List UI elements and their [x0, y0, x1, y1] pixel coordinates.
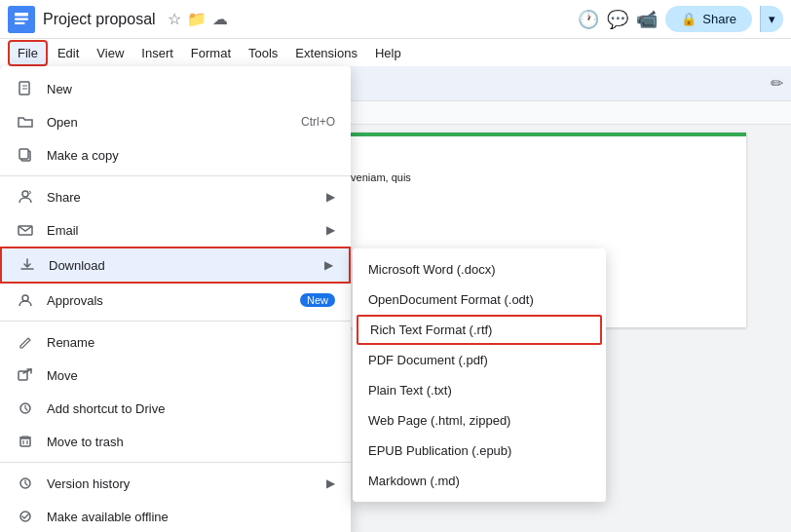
- submenu-rtf[interactable]: Rich Text Format (.rtf): [357, 315, 602, 345]
- file-menu-dropdown: New Open Ctrl+O Make a copy Share ▶: [0, 66, 351, 532]
- menu-item-file[interactable]: File: [8, 40, 48, 66]
- download-submenu: Microsoft Word (.docx) OpenDocument Form…: [353, 248, 606, 502]
- move-icon: [16, 365, 35, 385]
- file-menu-approvals[interactable]: Approvals New: [0, 284, 351, 317]
- video-icon[interactable]: 📹: [636, 9, 658, 30]
- file-menu-open[interactable]: Open Ctrl+O: [0, 105, 351, 138]
- menu-bar: File Edit View Insert Format Tools Exten…: [0, 39, 791, 66]
- share-arrow-icon: ▶: [326, 190, 335, 204]
- svg-rect-1: [15, 13, 28, 17]
- submenu-html[interactable]: Web Page (.html, zipped): [353, 405, 606, 436]
- file-menu-email[interactable]: Email ▶: [0, 213, 351, 247]
- svg-point-11: [22, 295, 28, 301]
- menu-item-help[interactable]: Help: [367, 42, 409, 64]
- menu-item-tools[interactable]: Tools: [241, 42, 285, 64]
- file-menu-history[interactable]: Version history ▶: [0, 467, 351, 500]
- offline-icon: [16, 507, 35, 526]
- copy-icon: [16, 145, 35, 165]
- top-bar: Project proposal ☆ 📁 ☁ 🕐 💬 📹 🔒 Share ▾: [0, 0, 791, 39]
- new-file-icon: [16, 79, 35, 98]
- divider-3: [0, 462, 351, 463]
- share-label: Share: [702, 12, 736, 26]
- move-label: Move: [47, 368, 335, 383]
- submenu-epub[interactable]: EPUB Publication (.epub): [353, 436, 606, 466]
- approvals-icon: [16, 290, 35, 310]
- chat-icon[interactable]: 💬: [607, 9, 628, 30]
- open-label: Open: [47, 115, 289, 130]
- submenu-pdf[interactable]: PDF Document (.pdf): [353, 345, 606, 375]
- open-folder-icon: [16, 112, 35, 132]
- svg-rect-8: [19, 149, 28, 159]
- file-menu-rename[interactable]: Rename: [0, 325, 351, 359]
- history-label: Version history: [47, 476, 315, 491]
- share-dropdown-button[interactable]: ▾: [760, 6, 783, 32]
- folder-icon[interactable]: 📁: [187, 10, 207, 28]
- file-menu-move[interactable]: Move: [0, 359, 351, 392]
- trash-icon: [16, 432, 35, 451]
- download-arrow-icon: ▶: [324, 258, 333, 272]
- share-button[interactable]: 🔒 Share: [665, 6, 752, 32]
- history-clock-icon: [16, 474, 35, 493]
- file-menu-new[interactable]: New: [0, 72, 351, 105]
- menu-item-format[interactable]: Format: [183, 42, 239, 64]
- submenu-md[interactable]: Markdown (.md): [353, 466, 606, 496]
- file-menu-download[interactable]: Download ▶ Microsoft Word (.docx) OpenDo…: [0, 247, 351, 284]
- download-icon: [18, 255, 37, 275]
- file-menu-trash[interactable]: Move to trash: [0, 425, 351, 458]
- divider-2: [0, 321, 351, 322]
- trash-label: Move to trash: [47, 435, 335, 449]
- lock-icon: 🔒: [681, 12, 697, 26]
- new-label: New: [47, 82, 335, 96]
- docs-logo-icon: [8, 6, 35, 33]
- star-icon[interactable]: ☆: [168, 10, 181, 28]
- email-label: Email: [47, 223, 315, 238]
- edit-pencil-icon[interactable]: ✏: [771, 74, 783, 93]
- submenu-odt[interactable]: OpenDocument Format (.odt): [353, 285, 606, 315]
- menu-item-view[interactable]: View: [89, 42, 132, 64]
- rename-icon: [16, 332, 35, 352]
- shortcut-label: Add shortcut to Drive: [47, 401, 335, 416]
- history-icon[interactable]: 🕐: [578, 9, 599, 30]
- menu-item-extensions[interactable]: Extensions: [287, 42, 365, 64]
- svg-point-9: [22, 191, 28, 197]
- menu-item-edit[interactable]: Edit: [50, 42, 87, 64]
- svg-rect-3: [15, 21, 25, 23]
- download-label: Download: [49, 258, 313, 273]
- shortcut-icon: [16, 399, 35, 418]
- file-menu-copy[interactable]: Make a copy: [0, 138, 351, 171]
- file-menu-shortcut[interactable]: Add shortcut to Drive: [0, 392, 351, 425]
- email-icon: [16, 220, 35, 240]
- file-menu-share[interactable]: Share ▶: [0, 180, 351, 213]
- divider-1: [0, 175, 351, 176]
- email-arrow-icon: ▶: [326, 223, 335, 237]
- submenu-docx[interactable]: Microsoft Word (.docx): [353, 254, 606, 285]
- file-menu-offline[interactable]: Make available offline: [0, 500, 351, 532]
- cloud-icon[interactable]: ☁: [212, 10, 228, 28]
- share-menu-label: Share: [47, 190, 315, 205]
- approvals-label: Approvals: [47, 293, 288, 308]
- menu-item-insert[interactable]: Insert: [133, 42, 181, 64]
- submenu-txt[interactable]: Plain Text (.txt): [353, 375, 606, 405]
- svg-rect-15: [20, 438, 30, 446]
- history-arrow-icon: ▶: [326, 476, 335, 490]
- rename-label: Rename: [47, 335, 335, 350]
- approvals-new-badge: New: [300, 293, 335, 307]
- doc-title: Project proposal: [43, 11, 156, 28]
- top-right-controls: 🕐 💬 📹: [578, 9, 658, 30]
- svg-rect-2: [15, 18, 28, 19]
- open-shortcut: Ctrl+O: [301, 115, 335, 129]
- file-menu: New Open Ctrl+O Make a copy Share ▶: [0, 66, 351, 532]
- copy-label: Make a copy: [47, 148, 335, 163]
- offline-label: Make available offline: [47, 510, 335, 524]
- top-icons-group: ☆ 📁 ☁: [168, 10, 228, 28]
- share-person-icon: [16, 187, 35, 207]
